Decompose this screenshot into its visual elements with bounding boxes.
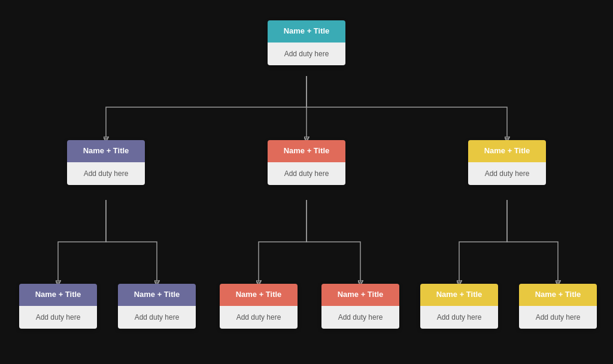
node-root-header: Name + Title	[268, 20, 345, 43]
node-mid-center[interactable]: Name + Title Add duty here	[268, 140, 345, 185]
node-bot-ll-duty: Add duty here	[36, 313, 81, 321]
node-bot-rr-duty: Add duty here	[536, 313, 581, 321]
node-bot-cl[interactable]: Name + Title Add duty here	[220, 284, 298, 329]
connector-root-midleft	[106, 76, 306, 139]
node-bot-rr-label: Name + Title	[535, 290, 581, 299]
node-bot-cl-body: Add duty here	[220, 306, 298, 329]
node-mid-right[interactable]: Name + Title Add duty here	[468, 140, 546, 185]
connector-midleft-botll	[58, 200, 106, 283]
node-root-body: Add duty here	[268, 43, 345, 65]
node-bot-cr-header: Name + Title	[321, 284, 399, 306]
node-bot-rl[interactable]: Name + Title Add duty here	[420, 284, 498, 329]
connector-midleft-botlr	[106, 200, 157, 283]
node-bot-ll[interactable]: Name + Title Add duty here	[19, 284, 97, 329]
node-mid-right-body: Add duty here	[468, 162, 546, 185]
node-bot-lr-duty: Add duty here	[135, 313, 180, 321]
node-bot-rr-body: Add duty here	[519, 306, 597, 329]
node-bot-rr-header: Name + Title	[519, 284, 597, 306]
node-mid-center-duty: Add duty here	[284, 169, 329, 178]
connector-midright-botrl	[459, 200, 507, 283]
node-bot-ll-header: Name + Title	[19, 284, 97, 306]
node-bot-lr[interactable]: Name + Title Add duty here	[118, 284, 196, 329]
node-bot-rr[interactable]: Name + Title Add duty here	[519, 284, 597, 329]
node-bot-cl-header: Name + Title	[220, 284, 298, 306]
node-bot-cr-duty: Add duty here	[338, 313, 383, 321]
connector-midright-botrr	[507, 200, 558, 283]
node-mid-left[interactable]: Name + Title Add duty here	[67, 140, 145, 185]
node-bot-rl-header: Name + Title	[420, 284, 498, 306]
node-bot-lr-label: Name + Title	[134, 290, 180, 299]
node-mid-center-body: Add duty here	[268, 162, 345, 185]
node-bot-cr[interactable]: Name + Title Add duty here	[321, 284, 399, 329]
node-mid-left-header: Name + Title	[67, 140, 145, 162]
node-bot-rl-duty: Add duty here	[437, 313, 482, 321]
node-mid-center-header: Name + Title	[268, 140, 345, 162]
node-root-duty: Add duty here	[284, 50, 329, 58]
node-bot-lr-body: Add duty here	[118, 306, 196, 329]
node-bot-lr-header: Name + Title	[118, 284, 196, 306]
node-mid-left-label: Name + Title	[83, 146, 129, 155]
node-bot-ll-label: Name + Title	[35, 290, 81, 299]
node-root-label: Name + Title	[284, 26, 330, 35]
node-mid-right-label: Name + Title	[484, 146, 530, 155]
node-mid-center-label: Name + Title	[284, 146, 330, 155]
node-bot-cl-duty: Add duty here	[236, 313, 281, 321]
node-mid-right-duty: Add duty here	[485, 169, 530, 178]
node-root[interactable]: Name + Title Add duty here	[268, 20, 345, 65]
node-bot-rl-body: Add duty here	[420, 306, 498, 329]
node-bot-cl-label: Name + Title	[236, 290, 282, 299]
node-bot-cr-label: Name + Title	[338, 290, 384, 299]
connector-midcenter-botcr	[306, 200, 360, 283]
connector-root-midright	[306, 76, 507, 139]
node-bot-cr-body: Add duty here	[321, 306, 399, 329]
node-bot-ll-body: Add duty here	[19, 306, 97, 329]
org-chart: Name + Title Add duty here Name + Title …	[13, 8, 600, 356]
node-mid-right-header: Name + Title	[468, 140, 546, 162]
node-bot-rl-label: Name + Title	[436, 290, 482, 299]
node-mid-left-duty: Add duty here	[84, 169, 129, 178]
connector-midcenter-botcl	[259, 200, 306, 283]
node-mid-left-body: Add duty here	[67, 162, 145, 185]
